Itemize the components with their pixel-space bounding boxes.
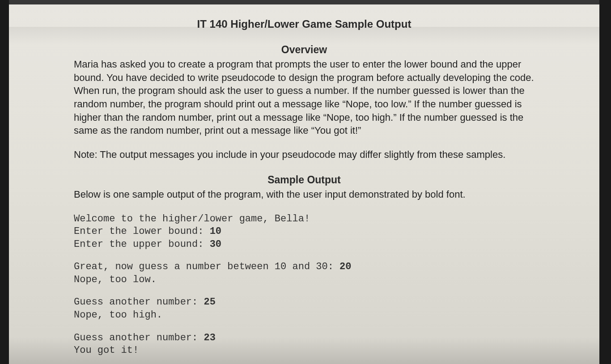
sample-output-heading: Sample Output bbox=[74, 174, 535, 186]
output-prompt-text: Guess another number: bbox=[74, 296, 204, 308]
overview-note: Note: The output messages you include in… bbox=[74, 148, 535, 161]
output-prompt-text: You got it! bbox=[74, 345, 139, 356]
output-line: Nope, too high. bbox=[74, 309, 535, 322]
output-line: Guess another number: 25 bbox=[74, 296, 535, 309]
document-page: IT 140 Higher/Lower Game Sample Output O… bbox=[9, 0, 599, 364]
output-prompt-text: Nope, too high. bbox=[74, 309, 162, 321]
output-prompt-text: Enter the upper bound: bbox=[74, 239, 210, 250]
output-line: Enter the upper bound: 30 bbox=[74, 238, 535, 251]
output-user-input: 10 bbox=[210, 226, 221, 237]
sample-output-intro: Below is one sample output of the progra… bbox=[74, 188, 535, 201]
output-line: Welcome to the higher/lower game, Bella! bbox=[74, 213, 535, 226]
output-user-input: 20 bbox=[339, 261, 351, 272]
document-title: IT 140 Higher/Lower Game Sample Output bbox=[74, 18, 535, 30]
sample-output-block: Welcome to the higher/lower game, Bella!… bbox=[74, 213, 535, 357]
output-line: You got it! bbox=[74, 344, 535, 357]
output-line: Nope, too low. bbox=[74, 274, 535, 287]
output-user-input: 23 bbox=[204, 332, 215, 343]
output-prompt-text: Great, now guess a number between 10 and… bbox=[74, 261, 339, 272]
output-block: Welcome to the higher/lower game, Bella!… bbox=[74, 213, 535, 251]
output-line: Enter the lower bound: 10 bbox=[74, 225, 535, 238]
output-prompt-text: Nope, too low. bbox=[74, 274, 157, 285]
output-block: Great, now guess a number between 10 and… bbox=[74, 261, 535, 286]
overview-paragraph: Maria has asked you to create a program … bbox=[74, 58, 535, 137]
output-user-input: 30 bbox=[210, 239, 221, 250]
output-line: Great, now guess a number between 10 and… bbox=[74, 261, 535, 274]
output-prompt-text: Guess another number: bbox=[74, 332, 204, 343]
output-user-input: 25 bbox=[204, 296, 215, 308]
output-prompt-text: Enter the lower bound: bbox=[74, 226, 210, 237]
output-prompt-text: Welcome to the higher/lower game, Bella! bbox=[74, 213, 310, 224]
output-block: Guess another number: 23You got it! bbox=[74, 332, 535, 357]
overview-heading: Overview bbox=[74, 44, 535, 56]
output-block: Guess another number: 25Nope, too high. bbox=[74, 296, 535, 322]
output-line: Guess another number: 23 bbox=[74, 332, 535, 345]
